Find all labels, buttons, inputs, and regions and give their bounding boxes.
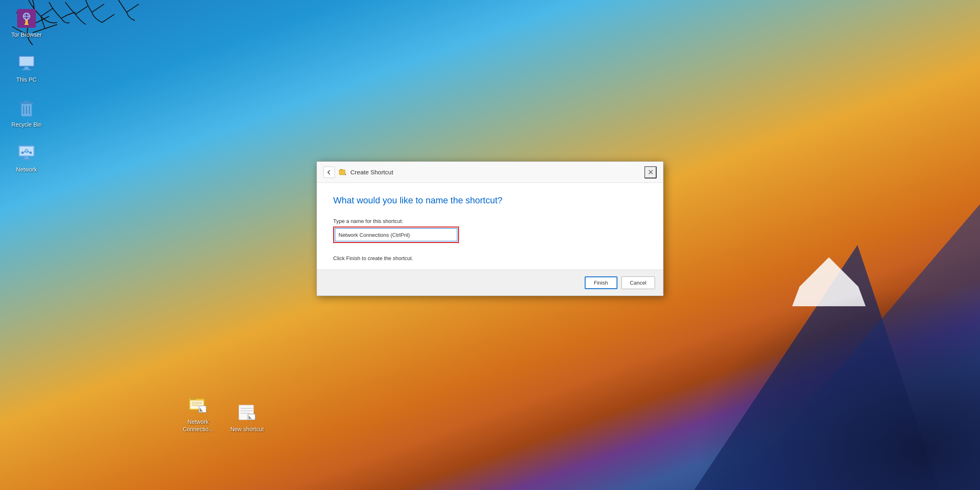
network-connections-label: Network Connectio...: [180, 418, 216, 433]
close-icon: ✕: [648, 168, 654, 177]
desktop-icon-this-pc[interactable]: This PC: [8, 53, 45, 83]
recycle-bin-icon-img: [16, 98, 37, 118]
dialog-back-button[interactable]: [323, 167, 335, 178]
svg-rect-0: [17, 9, 36, 28]
new-shortcut-label: New shortcut: [230, 425, 264, 433]
network-label: Network: [16, 166, 37, 173]
tor-browser-label: Tor Browser: [11, 31, 42, 38]
svg-rect-9: [22, 69, 31, 70]
this-pc-label: This PC: [16, 76, 37, 83]
dialog-title: Create Shortcut: [350, 169, 393, 176]
input-wrapper-red-border: [333, 227, 459, 243]
dialog-heading: What would you like to name the shortcut…: [333, 195, 647, 206]
svg-rect-5: [24, 24, 29, 25]
finish-button[interactable]: Finish: [585, 276, 617, 289]
dialog-titlebar: Create Shortcut ✕: [317, 162, 663, 183]
svg-rect-39: [339, 170, 345, 175]
desktop-icon-tor-browser[interactable]: Tor Browser: [8, 8, 45, 38]
dialog-hint-text: Click Finish to create the shortcut.: [333, 255, 647, 261]
desktop-icon-recycle-bin[interactable]: Recycle Bin: [8, 98, 45, 128]
svg-rect-8: [24, 67, 29, 69]
cancel-button[interactable]: Cancel: [621, 276, 655, 289]
svg-rect-26: [190, 398, 196, 400]
svg-rect-7: [20, 57, 33, 66]
dialog-title-icon: [338, 168, 347, 177]
new-shortcut-icon-img: [237, 403, 257, 423]
svg-rect-12: [24, 101, 29, 102]
desktop-icon-network[interactable]: Network: [8, 143, 45, 173]
svg-marker-42: [345, 173, 346, 175]
mountain-silhouette-2: [735, 204, 980, 490]
this-pc-icon-img: [16, 53, 37, 74]
desktop-icon-new-shortcut[interactable]: New shortcut: [229, 403, 265, 433]
shortcut-name-label: Type a name for this shortcut:: [333, 218, 647, 224]
svg-rect-11: [20, 102, 33, 104]
dialog-close-button[interactable]: ✕: [644, 166, 657, 178]
desktop-icon-network-connections[interactable]: Network Connectio...: [180, 395, 216, 433]
tor-browser-icon-img: [16, 8, 37, 29]
svg-rect-40: [340, 169, 343, 170]
svg-rect-18: [24, 157, 29, 159]
create-shortcut-dialog: Create Shortcut ✕ What would you like to…: [316, 161, 664, 296]
network-icon-img: [16, 143, 37, 163]
back-icon: [326, 169, 332, 175]
network-connections-icon-img: [188, 395, 208, 416]
shortcut-name-input[interactable]: [335, 228, 457, 241]
dialog-footer: Finish Cancel: [317, 270, 663, 296]
dialog-content: What would you like to name the shortcut…: [317, 183, 663, 270]
recycle-bin-label: Recycle Bin: [11, 121, 42, 128]
svg-rect-19: [22, 159, 31, 160]
